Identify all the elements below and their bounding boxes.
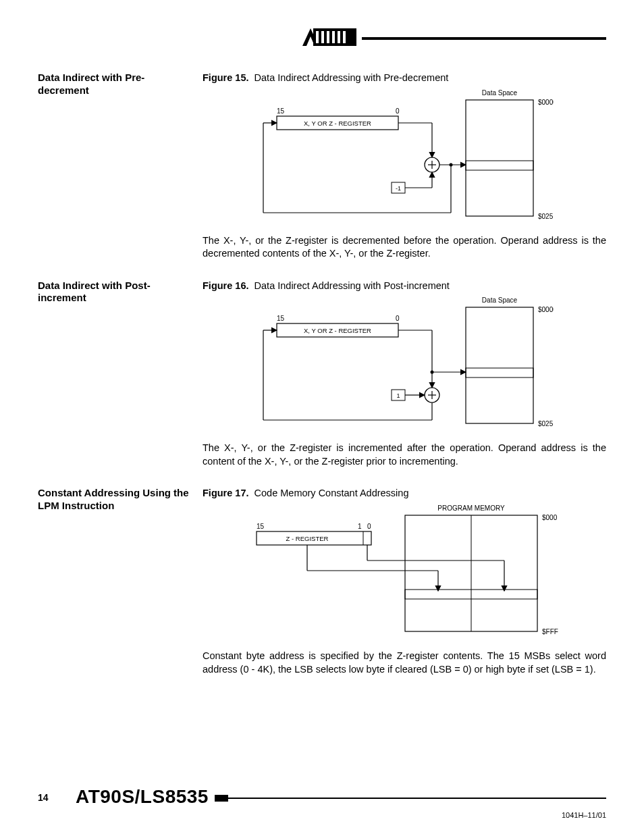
section-lpm: Constant Addressing Using the LPM Instru… xyxy=(38,487,606,688)
para-3: Constant byte address is specified by th… xyxy=(203,650,606,676)
addr-bot: $025F xyxy=(538,213,554,220)
addr-top-3: $000 xyxy=(542,514,558,521)
section-pre-decrement: Data Indirect with Pre-decrement Figure … xyxy=(38,72,606,273)
data-space-label: Data Space xyxy=(482,89,518,97)
side-title-2: Data Indirect with Post-increment xyxy=(38,280,203,481)
addr-bot-3: $FFF xyxy=(542,628,558,635)
header-rule xyxy=(362,37,606,40)
bit-lo1: 1 xyxy=(358,523,362,530)
figure-17-diagram: PROGRAM MEMORY $000 $FFF Z - REGISTER 15… xyxy=(203,503,574,642)
para-1: The X-, Y-, or the Z-register is decreme… xyxy=(203,234,606,261)
bit-lo-2: 0 xyxy=(396,315,400,322)
footer-bar-thick xyxy=(215,795,228,802)
figure-15-title: Data Indirect Addressing with Pre-decrem… xyxy=(254,72,449,83)
chip-name: AT90S/LS8535 xyxy=(76,784,209,810)
reg-label-2: X, Y OR Z - REGISTER xyxy=(304,327,371,334)
figure-15-label: Figure 15. xyxy=(203,72,249,83)
figure-16-title: Data Indirect Addressing with Post-incre… xyxy=(254,280,450,291)
svg-rect-9 xyxy=(466,100,533,216)
figure-17-caption: Figure 17. Code Memory Constant Addressi… xyxy=(203,487,606,500)
svg-rect-3 xyxy=(321,31,324,43)
reg-label: X, Y OR Z - REGISTER xyxy=(304,120,371,127)
side-title-1: Data Indirect with Pre-decrement xyxy=(38,72,203,273)
bit-hi-3: 15 xyxy=(257,523,265,530)
svg-rect-4 xyxy=(327,31,329,43)
svg-rect-8 xyxy=(348,28,356,46)
page-number: 14 xyxy=(38,791,49,804)
svg-rect-6 xyxy=(338,31,340,43)
addr-top: $0000 xyxy=(538,99,554,106)
doc-id: 1041H–11/01 xyxy=(562,810,606,820)
data-space-label-2: Data Space xyxy=(482,296,518,304)
bit-lo: 0 xyxy=(396,107,400,115)
svg-rect-7 xyxy=(343,31,346,43)
figure-17-title: Code Memory Constant Addressing xyxy=(254,488,409,498)
svg-rect-27 xyxy=(466,368,533,377)
svg-rect-5 xyxy=(332,31,335,43)
figure-16-diagram: Data Space $0000 $025F X, Y OR Z - REGIS… xyxy=(203,295,554,434)
bit-hi-2: 15 xyxy=(277,315,285,322)
svg-rect-2 xyxy=(316,31,319,43)
mem-title: PROGRAM MEMORY xyxy=(437,504,505,512)
header-bar xyxy=(297,26,606,50)
figure-16-caption: Figure 16. Data Indirect Addressing with… xyxy=(203,280,606,293)
op-box: -1 xyxy=(396,185,401,192)
svg-rect-10 xyxy=(466,161,533,170)
bit-lo0: 0 xyxy=(367,523,371,530)
side-title-3: Constant Addressing Using the LPM Instru… xyxy=(38,487,203,688)
para-2: The X-, Y-, or the Z-register is increme… xyxy=(203,442,606,468)
op-box-2: 1 xyxy=(396,392,400,399)
addr-bot-2: $025F xyxy=(538,420,554,427)
svg-rect-26 xyxy=(466,307,533,423)
reg-label-3: Z - REGISTER xyxy=(286,535,329,542)
addr-top-2: $0000 xyxy=(538,306,554,313)
figure-15-diagram: Data Space $0000 $025F X, Y OR Z - REGIS… xyxy=(203,88,554,226)
footer-bar-thin xyxy=(228,798,606,799)
atmel-logo xyxy=(297,26,359,49)
section-post-increment: Data Indirect with Post-increment Figure… xyxy=(38,280,606,481)
figure-15-caption: Figure 15. Data Indirect Addressing with… xyxy=(203,72,606,85)
bit-hi: 15 xyxy=(277,107,285,115)
footer: 14 AT90S/LS8535 1041H–11/01 xyxy=(38,783,606,810)
figure-17-label: Figure 17. xyxy=(203,488,249,498)
figure-16-label: Figure 16. xyxy=(203,280,249,291)
